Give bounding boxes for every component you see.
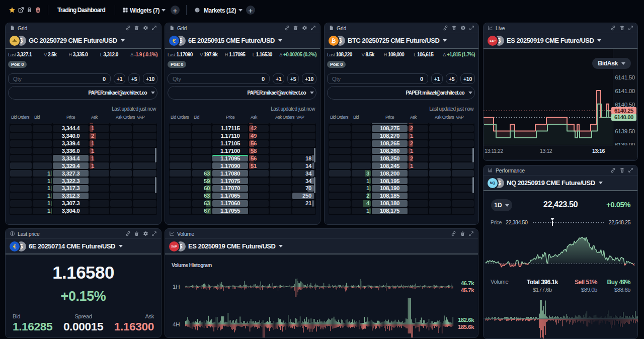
svg-text:$: $ [20,37,23,44]
svg-text:$: $ [339,37,342,44]
svg-text:$: $ [179,243,183,250]
svg-text:$: $ [498,37,501,44]
svg-text:$: $ [179,37,183,44]
svg-text:$: $ [20,243,23,250]
svg-text:$: $ [498,180,501,187]
